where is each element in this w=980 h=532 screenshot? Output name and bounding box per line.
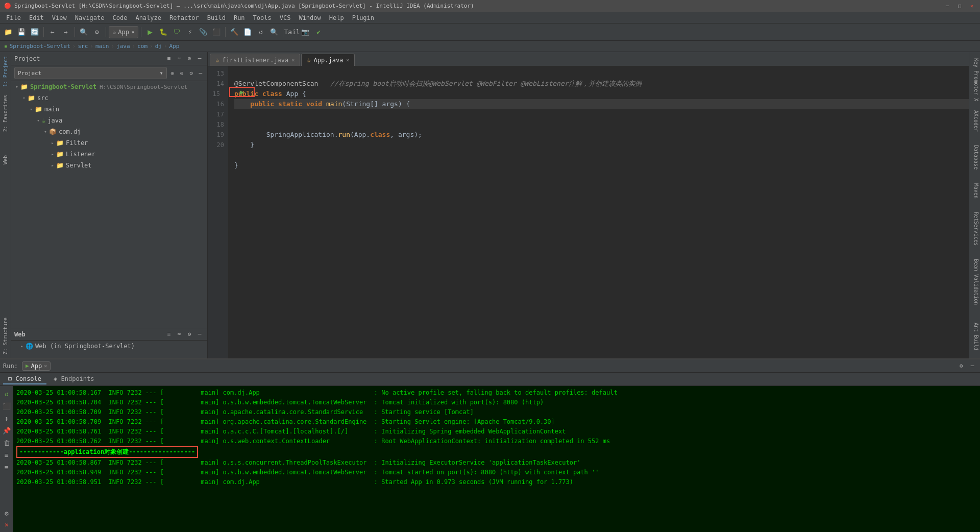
minimize-button[interactable]: ─ (943, 2, 951, 10)
toolbar-project-icon[interactable]: 📁 (2, 26, 14, 38)
breadcrumb-app[interactable]: App (169, 43, 180, 50)
project-panel-close-btn[interactable]: ─ (195, 54, 204, 63)
tree-item-listener[interactable]: ▸ 📁 Listener (11, 149, 207, 160)
toolbar-save-icon[interactable]: 💾 (15, 26, 28, 38)
action-clear-btn[interactable]: 🗑 (1, 437, 12, 448)
breadcrumb-src[interactable]: src (78, 43, 88, 50)
action-rerun-btn[interactable]: ↺ (1, 388, 12, 399)
project-nav-btn[interactable]: ⊕ (169, 68, 176, 78)
menu-run[interactable]: Run (230, 12, 249, 23)
tree-item-root[interactable]: ▾ 📁 Springboot-Servlet H:\CSDN\Springboo… (11, 81, 207, 92)
menu-edit[interactable]: Edit (25, 12, 48, 23)
breadcrumb-dj[interactable]: dj (155, 43, 162, 50)
tree-item-java[interactable]: ▾ ☕ java (11, 115, 207, 126)
left-strip-structure[interactable]: Z: Structure (1, 313, 10, 358)
run-with-coverage-button[interactable]: 🛡 (170, 26, 183, 38)
maximize-button[interactable]: □ (955, 2, 964, 10)
build-project-button[interactable]: 🔨 (228, 26, 240, 38)
run-app-close[interactable]: ✕ (44, 363, 47, 369)
generate-button[interactable]: 📄 (241, 26, 254, 38)
right-sidebar-retservices[interactable]: RetServices (970, 208, 980, 250)
project-more-btn[interactable]: ─ (197, 68, 204, 78)
menu-tools[interactable]: Tools (249, 12, 276, 23)
action-stop-btn[interactable]: ⬛ (1, 400, 12, 412)
attach-profiler-button[interactable]: 📎 (197, 26, 209, 38)
breadcrumb-com[interactable]: com (137, 43, 148, 50)
project-scope-dropdown[interactable]: Project ▾ (14, 67, 167, 79)
right-sidebar-bean-validation[interactable]: Bean Validation (970, 255, 980, 309)
web-panel-close-btn[interactable]: ─ (195, 330, 204, 339)
breadcrumb-java[interactable]: java (116, 43, 130, 50)
left-strip-project[interactable]: 1: Project (1, 52, 10, 91)
toolbar-sync-icon[interactable]: 🔄 (29, 26, 41, 38)
menu-code[interactable]: Code (109, 12, 132, 23)
web-panel-expand-btn[interactable]: ≡ (164, 330, 174, 339)
console-tab-endpoints[interactable]: ◈ Endpoints (48, 374, 99, 384)
find-button[interactable]: 🔍 (268, 26, 280, 38)
action-fold-btn[interactable]: ≡ (1, 449, 12, 461)
screenshot-button[interactable]: 📷 (299, 26, 311, 38)
action-pin-btn[interactable]: 📌 (1, 425, 12, 436)
menu-window[interactable]: Window (295, 12, 325, 23)
action-fold2-btn[interactable]: ≡ (1, 462, 12, 473)
tab-firstlistener[interactable]: ☕ firstListener.java ✕ (210, 54, 300, 66)
menu-help[interactable]: Help (325, 12, 348, 23)
toolbar-search-icon[interactable]: 🔍 (78, 26, 90, 38)
run-panel-gear-btn[interactable]: ⚙ (957, 361, 966, 371)
run-panel-close-btn[interactable]: ─ (968, 361, 977, 371)
tree-item-com-dj[interactable]: ▾ 📦 com.dj (11, 126, 207, 137)
right-sidebar-ant-build[interactable]: Ant Build (970, 319, 980, 354)
right-sidebar-database[interactable]: Database (970, 141, 980, 174)
project-panel-gear-btn[interactable]: ⚙ (185, 54, 194, 63)
right-sidebar-axcoder[interactable]: AXcoder (970, 106, 980, 136)
project-settings2-btn[interactable]: ⚙ (187, 68, 194, 78)
breadcrumb-main[interactable]: main (95, 43, 109, 50)
tree-item-filter[interactable]: ▸ 📁 Filter (11, 137, 207, 149)
profile-button[interactable]: ⚡ (184, 26, 196, 38)
editor-area[interactable]: 13 14 15 16 17 18 19 20 ▶ (208, 66, 969, 358)
toolbar-settings-icon[interactable]: ⚙ (91, 26, 103, 38)
settings2-button[interactable]: ✔ (312, 26, 325, 38)
action-settings-btn[interactable]: ⚙ (1, 507, 12, 519)
menu-analyze[interactable]: Analyze (131, 12, 165, 23)
debug-button[interactable]: 🐛 (157, 26, 169, 38)
action-scroll-end-btn[interactable]: ↕ (1, 413, 12, 424)
run-app-tab[interactable]: ▶ App ✕ (22, 361, 51, 371)
menu-view[interactable]: View (48, 12, 71, 23)
stop-button[interactable]: ⬛ (210, 26, 223, 38)
project-panel-expand-btn[interactable]: ≡ (164, 54, 174, 63)
run-button[interactable]: ▶ (144, 26, 156, 38)
breadcrumb-springboot[interactable]: Springboot-Servlet (10, 43, 70, 50)
project-panel-settings-btn[interactable]: ≈ (175, 54, 184, 63)
code-content[interactable]: @ServletComponentScan //在spring boot启动时会… (228, 66, 969, 183)
left-strip-favorites[interactable]: 2: Favorites (1, 91, 10, 136)
tree-item-servlet[interactable]: ▸ 📁 Servlet (11, 160, 207, 171)
console-tab-console[interactable]: ⊞ Console (3, 374, 46, 384)
web-panel-gear-btn[interactable]: ⚙ (185, 330, 194, 339)
right-sidebar-key-promoter[interactable]: Key Promoter X (970, 54, 980, 105)
reload-button[interactable]: ↺ (255, 26, 267, 38)
toolbar-forward-icon[interactable]: → (60, 26, 72, 38)
toolbar-back-icon[interactable]: ← (46, 26, 59, 38)
menu-file[interactable]: File (2, 12, 25, 23)
run-config-dropdown[interactable]: ☕ App ▾ (109, 26, 138, 38)
web-panel-collapse-btn[interactable]: ≈ (175, 330, 184, 339)
menu-navigate[interactable]: Navigate (71, 12, 109, 23)
tail-button[interactable]: Tail (286, 26, 298, 38)
right-sidebar-maven[interactable]: Maven (970, 179, 980, 203)
left-strip-web[interactable]: Web (1, 151, 10, 168)
project-collapse-btn[interactable]: ⊖ (178, 68, 185, 78)
web-panel-item[interactable]: ▸ 🌐 Web (in Springboot-Servlet) (11, 341, 207, 352)
menu-plugin[interactable]: Plugin (348, 12, 378, 23)
tab-app[interactable]: ☕ App.java ✕ (301, 54, 355, 66)
tab-firstlistener-close[interactable]: ✕ (291, 57, 295, 63)
code-area[interactable]: ▶ @ServletComponentScan //在spring boot启动… (228, 66, 969, 358)
tree-item-src[interactable]: ▾ 📁 src (11, 92, 207, 104)
menu-vcs[interactable]: VCS (276, 12, 295, 23)
menu-refactor[interactable]: Refactor (165, 12, 203, 23)
tree-item-main[interactable]: ▾ 📁 main (11, 104, 207, 115)
menu-build[interactable]: Build (203, 12, 230, 23)
tab-app-close[interactable]: ✕ (346, 57, 349, 63)
console-output[interactable]: 2020-03-25 01:00:58.167 INFO 7232 --- [ … (13, 386, 980, 532)
close-button[interactable]: ✕ (968, 2, 976, 10)
